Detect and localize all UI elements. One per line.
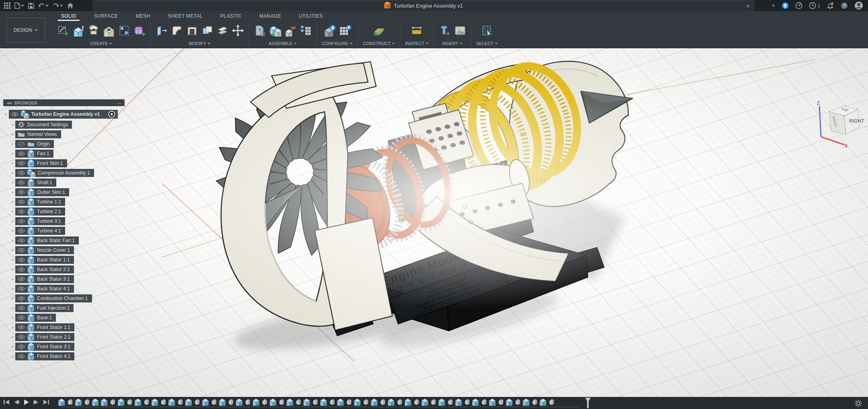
timeline-component-marker[interactable] (472, 399, 479, 406)
app-grid-icon[interactable] (4, 2, 10, 9)
configuration-table-icon[interactable] (339, 25, 351, 38)
browser-row[interactable]: » Outter Skin:1 (10, 187, 125, 197)
group-label[interactable]: CONFIGURE (322, 41, 348, 46)
timeline-component-marker[interactable] (253, 399, 260, 406)
browser-row[interactable]: » Compressor Assembly:1 (10, 168, 125, 178)
timeline-component-marker[interactable] (236, 399, 243, 406)
browser-row[interactable]: » Back Static Fan:1 (10, 236, 125, 245)
chevron-collapsed-icon[interactable]: » (10, 122, 15, 127)
timeline-body-marker[interactable] (245, 399, 251, 406)
user-avatar[interactable] (854, 1, 863, 10)
chevron-collapsed-icon[interactable]: » (10, 228, 15, 233)
timeline-body-marker[interactable] (67, 399, 73, 406)
browser-row[interactable]: » Back Stator 4:1 (10, 284, 125, 294)
viewcube-front-face[interactable]: RIGHT (849, 118, 864, 124)
chevron-collapsed-icon[interactable]: » (10, 277, 15, 282)
view-cube[interactable]: RIGHT TOP FRONT Z X (806, 97, 868, 150)
create-sketch-icon[interactable] (57, 25, 69, 38)
timeline-component-marker[interactable] (303, 399, 310, 406)
timeline-body-marker[interactable] (397, 399, 403, 406)
timeline-component-marker[interactable] (151, 399, 158, 406)
save-icon[interactable] (28, 3, 34, 9)
browser-row[interactable]: » Shaft:1 (10, 178, 125, 187)
visibility-eye-icon[interactable] (18, 267, 25, 272)
shell-icon[interactable] (186, 25, 198, 38)
chevron-collapsed-icon[interactable]: » (10, 325, 15, 330)
visibility-eye-icon[interactable] (18, 306, 25, 310)
home-icon[interactable] (67, 3, 74, 9)
visibility-eye-icon[interactable] (18, 219, 25, 224)
activate-component-radio[interactable] (108, 111, 115, 118)
timeline-component-marker[interactable] (320, 399, 327, 406)
redo-icon[interactable] (53, 3, 63, 8)
go-to-start-icon[interactable] (3, 399, 10, 407)
timeline-component-marker[interactable] (135, 399, 141, 406)
extensions-icon[interactable] (782, 2, 789, 9)
chevron-collapsed-icon[interactable]: » (10, 248, 15, 253)
document-tab[interactable]: Turbofan Engine Assembly v1 ✕ (92, 0, 755, 11)
chevron-collapsed-icon[interactable]: » (10, 161, 15, 166)
browser-row[interactable]: » Nozzle Cover:1 (10, 245, 125, 255)
visibility-eye-icon[interactable] (18, 228, 25, 233)
browser-row[interactable]: » Turbine 4:1 (10, 226, 125, 236)
press-pull-icon[interactable] (156, 25, 168, 38)
chevron-collapsed-icon[interactable]: » (10, 306, 15, 310)
form-icon[interactable] (133, 25, 145, 38)
tab-mesh[interactable]: MESH (127, 11, 159, 21)
chevron-collapsed-icon[interactable]: » (10, 286, 15, 291)
help-icon[interactable]: ? (841, 2, 848, 9)
tab-plastic[interactable]: PLASTIC (211, 11, 250, 21)
fillet-icon[interactable] (171, 25, 183, 38)
revolve-icon[interactable] (88, 25, 100, 38)
browser-row[interactable]: » Turbine 2:1 (10, 207, 125, 216)
go-to-end-icon[interactable] (43, 399, 49, 407)
browser-row[interactable]: » Back Stator 1:1 (10, 255, 125, 265)
minimize-panel-icon[interactable]: — (117, 101, 121, 105)
group-label[interactable]: INSERT (442, 41, 458, 46)
visibility-eye-icon[interactable] (18, 335, 25, 339)
browser-header[interactable]: ◀◀ BROWSER — (3, 99, 125, 106)
visibility-eye-icon[interactable] (18, 257, 25, 262)
visibility-eye-icon[interactable] (18, 248, 25, 253)
timeline-component-marker[interactable] (422, 399, 428, 406)
timeline-body-marker[interactable] (414, 399, 420, 406)
group-label[interactable]: SELECT (476, 41, 493, 46)
close-tab-icon[interactable]: ✕ (744, 2, 751, 10)
tab-surface[interactable]: SURFACE (85, 11, 127, 21)
browser-row[interactable]: » Turbine 1:1 (10, 197, 125, 207)
visibility-eye-icon[interactable] (18, 171, 25, 175)
visibility-eye-icon[interactable] (18, 286, 25, 291)
extrude-icon[interactable] (72, 25, 84, 38)
turbofan-model[interactable]: fan Engine Model (0, 48, 868, 397)
timeline-body-marker[interactable] (363, 399, 369, 406)
combine-icon[interactable] (201, 25, 213, 38)
timeline-body-marker[interactable] (329, 399, 335, 406)
new-component-icon[interactable] (254, 25, 266, 38)
select-icon[interactable] (481, 25, 493, 38)
browser-row[interactable]: » Fuel Injection:1 (10, 303, 125, 313)
browser-row[interactable]: »Document Settings (10, 120, 125, 129)
timeline-component-marker[interactable] (287, 399, 293, 406)
chevron-collapsed-icon[interactable]: » (10, 257, 15, 262)
chevron-collapsed-icon[interactable]: » (10, 171, 15, 175)
new-tab-icon[interactable]: + (771, 2, 775, 10)
timeline-body-marker[interactable] (143, 399, 149, 406)
timeline-body-marker[interactable] (295, 399, 301, 406)
timeline-body-marker[interactable] (549, 399, 555, 406)
group-label[interactable]: INSPECT (405, 41, 424, 46)
chevron-collapsed-icon[interactable]: » (10, 219, 15, 224)
step-back-icon[interactable] (13, 399, 20, 407)
timeline-playhead[interactable] (585, 398, 591, 408)
timeline-body-marker[interactable] (110, 399, 116, 406)
model-viewport[interactable]: fan Engine Model (0, 48, 868, 397)
measure-icon[interactable] (411, 25, 423, 38)
play-icon[interactable] (23, 399, 29, 407)
timeline-body-marker[interactable] (194, 399, 200, 406)
chevron-collapsed-icon[interactable]: » (10, 190, 15, 195)
chevron-collapsed-icon[interactable]: » (10, 199, 15, 204)
timeline-body-marker[interactable] (464, 399, 470, 406)
visibility-eye-icon[interactable] (18, 151, 25, 156)
browser-row[interactable]: » Combustion Chamber:1 (10, 294, 125, 303)
chevron-collapsed-icon[interactable]: » (10, 344, 15, 349)
timeline-component-marker[interactable] (354, 399, 361, 406)
